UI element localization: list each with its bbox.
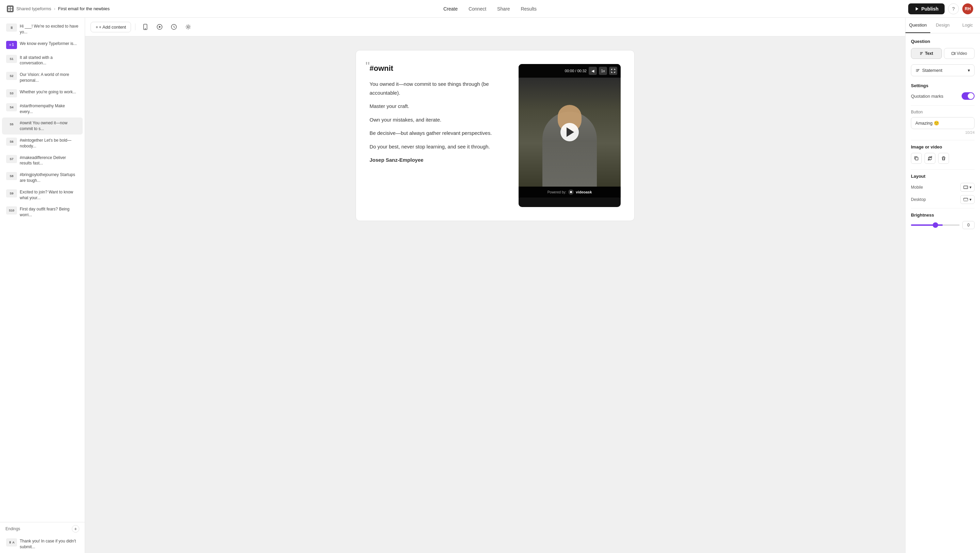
help-button[interactable]: ?	[948, 3, 959, 14]
sidebar-item-text-s4: #startfromempathy Make every...	[20, 103, 79, 115]
panel-body: Question Text Video Statement ▾ Settin	[905, 33, 980, 553]
sidebar-item-s6[interactable]: S6 #wintogether Let's be bold—nobody...	[2, 135, 83, 152]
svg-marker-4	[916, 7, 918, 11]
video-fullscreen-button[interactable]	[609, 67, 617, 75]
endings-add-button[interactable]: +	[72, 525, 79, 532]
add-content-button[interactable]: + + Add content	[91, 22, 131, 32]
svg-rect-3	[11, 9, 12, 11]
sidebar-item-s10[interactable]: S10 First day outfit fears? Being worri.…	[2, 204, 83, 221]
nav-tab-connect[interactable]: Connect	[464, 4, 491, 14]
card-text: #ownit You owned it—now commit to see th…	[369, 64, 508, 207]
layout-mobile-row: Mobile ▾	[911, 183, 975, 192]
sidebar-item-1[interactable]: ≡ 1 We know every Typeformer is...	[2, 38, 83, 52]
sidebar-item-icon-s4: S4	[6, 103, 17, 112]
mobile-preview-button[interactable]	[140, 21, 151, 33]
chevron-down-icon: ▾	[968, 68, 970, 73]
svg-point-6	[145, 29, 146, 29]
qtype-text-button[interactable]: Text	[911, 48, 942, 59]
sidebar-item-text-welcome: Hi ___! We're so excited to have yo...	[20, 24, 79, 35]
media-delete-button[interactable]	[938, 153, 949, 164]
sidebar-item-s9[interactable]: S9 Excited to join? Want to know what yo…	[2, 186, 83, 204]
card-body: You owned it—now commit to see things th…	[369, 80, 508, 164]
breadcrumb-separator: ›	[54, 6, 56, 11]
sidebar-item-s8[interactable]: S8 #bringjoytothejourney Startups are to…	[2, 169, 83, 186]
quotation-marks-toggle[interactable]	[962, 92, 975, 100]
brightness-row	[911, 221, 975, 229]
sidebar-item-welcome[interactable]: ⏸ Hi ___! We're so excited to have yo...	[2, 21, 83, 38]
sidebar-item-text-s8: #bringjoytothejourney Startups are tough…	[20, 172, 79, 183]
sidebar-ending-text: Thank you! In case if you didn't submit.…	[20, 539, 79, 550]
settings-section-title: Settings	[911, 83, 975, 88]
svg-rect-0	[8, 7, 10, 8]
endings-section: Endings +	[0, 522, 85, 535]
svg-rect-17	[964, 199, 968, 201]
panel-tab-question[interactable]: Question	[905, 18, 930, 33]
brightness-label: Brightness	[911, 212, 975, 218]
toolbar-separator	[135, 24, 135, 30]
brightness-slider[interactable]	[911, 225, 959, 226]
sidebar: ⏸ Hi ___! We're so excited to have yo...…	[0, 18, 85, 553]
sidebar-item-s1[interactable]: S1 It all started with a conversation...	[2, 52, 83, 69]
quotation-marks-toggle-row: Quotation marks	[911, 92, 975, 100]
sidebar-item-icon-s7: S7	[6, 155, 17, 163]
video-person	[519, 78, 620, 186]
sidebar-item-icon-s3: S3	[6, 89, 17, 97]
media-actions	[911, 153, 975, 164]
question-type-dropdown[interactable]: Statement ▾	[911, 64, 975, 76]
sidebar-item-s3[interactable]: S3 Whether you're going to work...	[2, 86, 83, 100]
svg-point-10	[187, 26, 189, 28]
endings-label: Endings	[5, 526, 20, 531]
layout-desktop-row: Desktop ▾	[911, 195, 975, 204]
card-para-3: Own your mistakes, and iterate.	[369, 115, 508, 124]
chevron-down-icon-desktop: ▾	[969, 197, 972, 202]
nav-tab-create[interactable]: Create	[439, 4, 463, 14]
brightness-value[interactable]	[962, 221, 975, 229]
layout-label: Layout	[911, 174, 975, 179]
sidebar-item-s5[interactable]: S5 #ownit You owned it—now commit to s..…	[2, 118, 83, 134]
video-back-button[interactable]: ◀	[589, 67, 597, 75]
card-author: Josep Sanz-Employee	[369, 156, 508, 164]
qtype-video-button[interactable]: Video	[944, 48, 975, 59]
sidebar-ending-a[interactable]: ⏸ A Thank you! In case if you didn't sub…	[2, 535, 83, 553]
preview-button[interactable]	[168, 21, 180, 33]
sidebar-item-s2[interactable]: S2 Our Vision: A world of more personal.…	[2, 69, 83, 86]
plus-icon: +	[95, 24, 98, 30]
publish-button[interactable]: Publish	[908, 3, 945, 14]
quote-mark: "	[366, 61, 370, 73]
video-play-button[interactable]	[560, 123, 579, 141]
sidebar-list: ⏸ Hi ___! We're so excited to have yo...…	[0, 18, 85, 521]
char-count: 10/24	[911, 131, 975, 134]
right-panel: Question Design Logic Question Text Vide…	[905, 18, 980, 553]
button-section-label: Button	[911, 110, 975, 115]
panel-tabs: Question Design Logic	[905, 18, 980, 33]
sidebar-item-text-s9: Excited to join? Want to know what your.…	[20, 189, 79, 201]
panel-tab-design[interactable]: Design	[930, 18, 955, 33]
user-avatar[interactable]: RH	[962, 3, 973, 14]
sidebar-item-text-s2: Our Vision: A world of more personal...	[20, 72, 79, 83]
sidebar-item-text-s10: First day outfit fears? Being worri...	[20, 206, 79, 218]
nav-tab-results[interactable]: Results	[516, 4, 541, 14]
layout-mobile-select[interactable]: ▾	[960, 183, 975, 192]
panel-tab-logic[interactable]: Logic	[955, 18, 980, 33]
canvas-content: " #ownit You owned it—now commit to see …	[85, 37, 905, 234]
media-replace-button[interactable]	[924, 153, 935, 164]
layout-mobile-label: Mobile	[911, 185, 923, 190]
sidebar-item-icon-s8: S8	[6, 172, 17, 180]
nav-tab-share[interactable]: Share	[492, 4, 514, 14]
layout-desktop-select[interactable]: ▾	[960, 195, 975, 204]
video-top-bar: 00:00 / 00:32 ◀ 1x	[519, 64, 620, 78]
sidebar-item-s7[interactable]: S7 #makeadifference Deliver results fast…	[2, 152, 83, 169]
videoask-logo: videoask	[576, 190, 592, 194]
quotation-marks-label: Quotation marks	[911, 94, 943, 99]
card-video: 00:00 / 00:32 ◀ 1x	[519, 64, 620, 207]
button-input[interactable]	[911, 117, 975, 129]
panel-divider-2	[911, 140, 975, 140]
video-speed-button[interactable]: 1x	[599, 67, 607, 75]
card-title: #ownit	[369, 64, 508, 73]
media-copy-button[interactable]	[911, 153, 922, 164]
settings-button[interactable]	[182, 21, 194, 33]
sidebar-item-s4[interactable]: S4 #startfromempathy Make every...	[2, 100, 83, 118]
svg-rect-12	[952, 53, 954, 55]
breadcrumb-workspace[interactable]: Shared typeforms	[16, 6, 51, 11]
play-button[interactable]	[154, 21, 165, 33]
